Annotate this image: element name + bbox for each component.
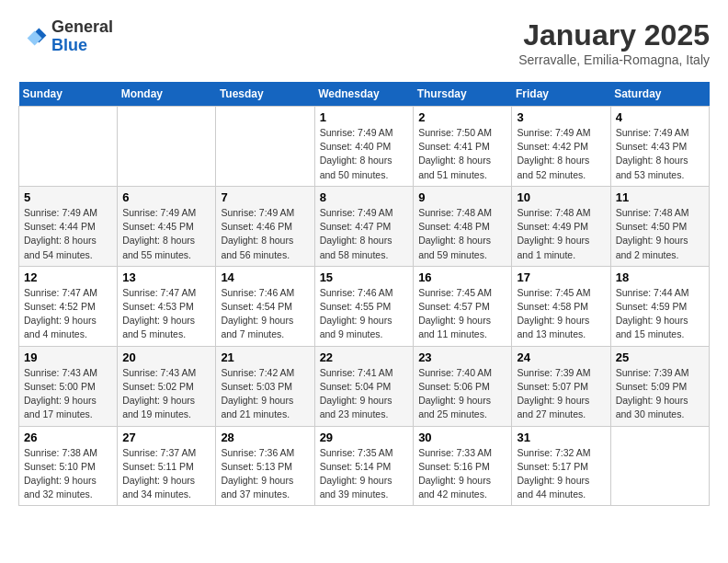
day-info: Sunrise: 7:49 AM Sunset: 4:46 PM Dayligh… [221,206,309,262]
calendar-cell: 19Sunrise: 7:43 AM Sunset: 5:00 PM Dayli… [19,346,118,426]
weekday-header-tuesday: Tuesday [216,82,314,107]
calendar-cell: 11Sunrise: 7:48 AM Sunset: 4:50 PM Dayli… [610,186,709,266]
day-info: Sunrise: 7:38 AM Sunset: 5:10 PM Dayligh… [24,446,112,502]
calendar-cell: 6Sunrise: 7:49 AM Sunset: 4:45 PM Daylig… [118,186,216,266]
weekday-header-thursday: Thursday [414,82,512,107]
calendar-cell [216,107,314,187]
page-header: General Blue January 2025 Serravalle, Em… [18,18,710,67]
calendar-cell: 10Sunrise: 7:48 AM Sunset: 4:49 PM Dayli… [512,186,610,266]
day-info: Sunrise: 7:50 AM Sunset: 4:41 PM Dayligh… [418,126,506,182]
day-info: Sunrise: 7:48 AM Sunset: 4:49 PM Dayligh… [517,206,605,262]
day-info: Sunrise: 7:46 AM Sunset: 4:54 PM Dayligh… [221,286,309,342]
calendar-cell: 22Sunrise: 7:41 AM Sunset: 5:04 PM Dayli… [314,346,414,426]
day-info: Sunrise: 7:46 AM Sunset: 4:55 PM Dayligh… [320,286,409,342]
calendar-cell: 5Sunrise: 7:49 AM Sunset: 4:44 PM Daylig… [19,186,118,266]
day-info: Sunrise: 7:43 AM Sunset: 5:00 PM Dayligh… [24,366,112,422]
day-info: Sunrise: 7:49 AM Sunset: 4:40 PM Dayligh… [320,126,409,182]
day-number: 24 [517,350,605,364]
calendar-cell [19,107,118,187]
day-number: 28 [221,431,309,444]
calendar-cell: 23Sunrise: 7:40 AM Sunset: 5:06 PM Dayli… [414,346,512,426]
location-subtitle: Serravalle, Emilia-Romagna, Italy [518,52,710,67]
day-info: Sunrise: 7:49 AM Sunset: 4:42 PM Dayligh… [517,126,605,182]
day-number: 8 [320,190,409,204]
day-number: 1 [320,110,409,124]
day-number: 6 [122,190,210,204]
day-info: Sunrise: 7:32 AM Sunset: 5:17 PM Dayligh… [517,446,605,502]
day-number: 16 [418,270,506,284]
day-number: 17 [517,270,605,284]
calendar-cell: 26Sunrise: 7:38 AM Sunset: 5:10 PM Dayli… [19,426,118,506]
day-info: Sunrise: 7:48 AM Sunset: 4:48 PM Dayligh… [418,206,506,262]
day-number: 15 [320,270,409,284]
calendar-cell: 12Sunrise: 7:47 AM Sunset: 4:52 PM Dayli… [19,266,118,346]
weekday-header-row: SundayMondayTuesdayWednesdayThursdayFrid… [19,82,710,107]
logo-icon [18,22,48,52]
day-number: 4 [616,110,704,124]
calendar-cell: 25Sunrise: 7:39 AM Sunset: 5:09 PM Dayli… [610,346,709,426]
day-number: 9 [418,190,506,204]
day-info: Sunrise: 7:42 AM Sunset: 5:03 PM Dayligh… [221,366,309,422]
day-info: Sunrise: 7:40 AM Sunset: 5:06 PM Dayligh… [418,366,506,422]
day-info: Sunrise: 7:39 AM Sunset: 5:07 PM Dayligh… [517,366,605,422]
calendar-cell [118,107,216,187]
day-number: 14 [221,270,309,284]
calendar-cell: 17Sunrise: 7:45 AM Sunset: 4:58 PM Dayli… [512,266,610,346]
calendar-cell: 20Sunrise: 7:43 AM Sunset: 5:02 PM Dayli… [118,346,216,426]
calendar-week-row: 12Sunrise: 7:47 AM Sunset: 4:52 PM Dayli… [19,266,710,346]
calendar-cell [610,426,709,506]
weekday-header-saturday: Saturday [610,82,709,107]
day-info: Sunrise: 7:35 AM Sunset: 5:14 PM Dayligh… [320,446,409,502]
calendar-cell: 18Sunrise: 7:44 AM Sunset: 4:59 PM Dayli… [610,266,709,346]
calendar-week-row: 19Sunrise: 7:43 AM Sunset: 5:00 PM Dayli… [19,346,710,426]
weekday-header-monday: Monday [118,82,216,107]
day-info: Sunrise: 7:49 AM Sunset: 4:45 PM Dayligh… [122,206,210,262]
day-number: 23 [418,350,506,364]
title-area: January 2025 Serravalle, Emilia-Romagna,… [518,18,710,67]
calendar-week-row: 1Sunrise: 7:49 AM Sunset: 4:40 PM Daylig… [19,107,710,187]
day-number: 29 [320,431,409,444]
day-number: 20 [122,350,210,364]
day-number: 13 [122,270,210,284]
calendar-cell: 3Sunrise: 7:49 AM Sunset: 4:42 PM Daylig… [512,107,610,187]
day-info: Sunrise: 7:45 AM Sunset: 4:58 PM Dayligh… [517,286,605,342]
day-number: 31 [517,431,605,444]
calendar-cell: 16Sunrise: 7:45 AM Sunset: 4:57 PM Dayli… [414,266,512,346]
logo-text: General Blue [51,18,113,55]
weekday-header-sunday: Sunday [19,82,118,107]
day-number: 25 [616,350,704,364]
day-number: 26 [24,431,112,444]
day-info: Sunrise: 7:48 AM Sunset: 4:50 PM Dayligh… [616,206,704,262]
logo: General Blue [18,18,113,55]
calendar-cell: 2Sunrise: 7:50 AM Sunset: 4:41 PM Daylig… [414,107,512,187]
calendar-week-row: 5Sunrise: 7:49 AM Sunset: 4:44 PM Daylig… [19,186,710,266]
calendar-cell: 4Sunrise: 7:49 AM Sunset: 4:43 PM Daylig… [610,107,709,187]
day-info: Sunrise: 7:49 AM Sunset: 4:47 PM Dayligh… [320,206,409,262]
day-number: 19 [24,350,112,364]
day-number: 5 [24,190,112,204]
day-info: Sunrise: 7:39 AM Sunset: 5:09 PM Dayligh… [616,366,704,422]
calendar-cell: 29Sunrise: 7:35 AM Sunset: 5:14 PM Dayli… [314,426,414,506]
calendar-cell: 30Sunrise: 7:33 AM Sunset: 5:16 PM Dayli… [414,426,512,506]
calendar-cell: 9Sunrise: 7:48 AM Sunset: 4:48 PM Daylig… [414,186,512,266]
day-number: 22 [320,350,409,364]
day-info: Sunrise: 7:47 AM Sunset: 4:53 PM Dayligh… [122,286,210,342]
day-number: 10 [517,190,605,204]
day-number: 12 [24,270,112,284]
calendar-cell: 7Sunrise: 7:49 AM Sunset: 4:46 PM Daylig… [216,186,314,266]
day-info: Sunrise: 7:49 AM Sunset: 4:44 PM Dayligh… [24,206,112,262]
day-info: Sunrise: 7:41 AM Sunset: 5:04 PM Dayligh… [320,366,409,422]
day-info: Sunrise: 7:37 AM Sunset: 5:11 PM Dayligh… [122,446,210,502]
day-number: 3 [517,110,605,124]
day-number: 18 [616,270,704,284]
calendar-cell: 24Sunrise: 7:39 AM Sunset: 5:07 PM Dayli… [512,346,610,426]
calendar-cell: 15Sunrise: 7:46 AM Sunset: 4:55 PM Dayli… [314,266,414,346]
day-info: Sunrise: 7:43 AM Sunset: 5:02 PM Dayligh… [122,366,210,422]
day-info: Sunrise: 7:44 AM Sunset: 4:59 PM Dayligh… [616,286,704,342]
calendar-cell: 31Sunrise: 7:32 AM Sunset: 5:17 PM Dayli… [512,426,610,506]
month-title: January 2025 [518,18,710,52]
day-info: Sunrise: 7:36 AM Sunset: 5:13 PM Dayligh… [221,446,309,502]
calendar-cell: 1Sunrise: 7:49 AM Sunset: 4:40 PM Daylig… [314,107,414,187]
day-info: Sunrise: 7:47 AM Sunset: 4:52 PM Dayligh… [24,286,112,342]
calendar-cell: 28Sunrise: 7:36 AM Sunset: 5:13 PM Dayli… [216,426,314,506]
